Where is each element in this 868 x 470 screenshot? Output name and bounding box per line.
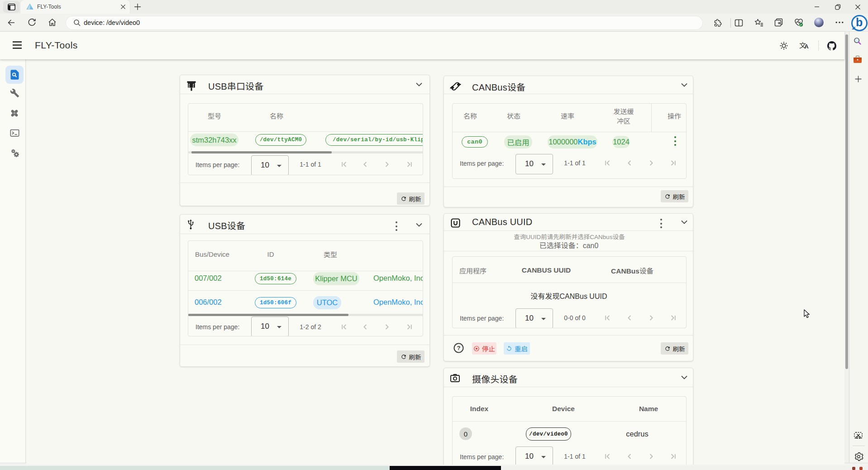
svg-text:?: ?: [457, 345, 461, 351]
